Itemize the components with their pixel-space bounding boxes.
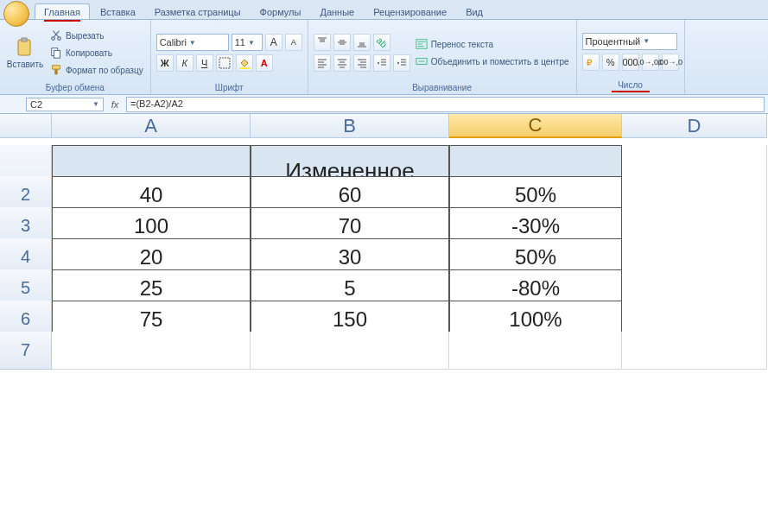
font-name-combo[interactable]: Calibri▼ (156, 34, 229, 51)
comma-button[interactable]: 000 (622, 54, 639, 71)
align-right[interactable] (353, 54, 371, 72)
tab-data[interactable]: Данные (311, 4, 363, 19)
copy-icon (50, 47, 62, 59)
fill-color-button[interactable] (236, 54, 253, 72)
increase-decimal[interactable]: ,0→,00 (642, 54, 659, 71)
indent-increase[interactable] (393, 54, 410, 72)
ribbon: Вставить Вырезать Копировать Формат по о… (0, 19, 768, 95)
align-right-icon (356, 57, 368, 69)
svg-rect-1 (22, 38, 27, 41)
chevron-down-icon: ▼ (643, 37, 650, 45)
tab-view[interactable]: Вид (457, 4, 492, 19)
tab-review[interactable]: Рецензирование (365, 4, 455, 19)
group-alignment: ab Перенос текста Объединить и поме (308, 20, 577, 94)
font-color-button[interactable]: A (256, 54, 273, 72)
cell-d7[interactable] (622, 332, 767, 370)
tab-insert[interactable]: Вставка (92, 4, 144, 19)
group-font: Calibri▼ 11▼ A A Ж К Ч A Шрифт (151, 20, 308, 94)
tab-page-layout[interactable]: Разметка страницы (146, 4, 250, 19)
name-box[interactable]: C2▼ (26, 98, 104, 111)
brush-icon (50, 64, 62, 76)
col-header-c[interactable]: C (449, 114, 622, 138)
align-bottom-icon (356, 36, 368, 48)
group-label-alignment: Выравнивание (314, 82, 571, 92)
cut-button[interactable]: Вырезать (48, 28, 145, 43)
group-label-font: Шрифт (156, 82, 302, 92)
row-header-7[interactable]: 7 (0, 332, 52, 370)
align-middle[interactable] (333, 34, 351, 51)
wrap-text-button[interactable]: Перенос текста (414, 36, 571, 52)
font-size-combo[interactable]: 11▼ (232, 34, 263, 51)
svg-point-2 (52, 37, 55, 41)
formula-bar: C2▼ fx =(B2-A2)/A2 (0, 95, 768, 114)
cell-b7[interactable] (251, 332, 449, 370)
col-header-b[interactable]: B (251, 114, 449, 138)
ribbon-tabs: Главная Вставка Разметка страницы Формул… (0, 0, 768, 19)
decrease-decimal[interactable]: ,00→,0 (662, 54, 679, 71)
col-header-d[interactable]: D (622, 114, 767, 138)
percent-button[interactable]: % (602, 54, 619, 71)
select-all-corner[interactable] (0, 114, 52, 138)
merge-center-button[interactable]: Объединить и поместить в центре (414, 54, 571, 69)
italic-button[interactable]: К (176, 54, 194, 72)
svg-point-3 (58, 37, 61, 41)
cell-a7[interactable] (52, 332, 251, 370)
number-format-combo[interactable]: Процентный▼ (582, 33, 677, 50)
copy-button[interactable]: Копировать (48, 45, 145, 60)
cell-c7[interactable] (449, 332, 622, 370)
indent-inc-icon (396, 57, 408, 69)
align-top[interactable] (314, 34, 331, 51)
paste-button[interactable]: Вставить (5, 23, 45, 82)
merge-icon (416, 55, 428, 67)
align-top-icon (316, 36, 328, 48)
wrap-icon (416, 38, 428, 50)
align-left[interactable] (314, 54, 331, 72)
fx-icon[interactable]: fx (104, 99, 126, 110)
paste-label: Вставить (7, 60, 43, 69)
svg-rect-5 (54, 50, 60, 58)
spreadsheet-grid: A B C D 1 Исходное число Измененное числ… (0, 114, 768, 363)
orientation-button[interactable]: ab (373, 34, 390, 51)
group-number: Процентный▼ ₽ % 000 ,0→,00 ,00→,0 Число (577, 20, 685, 94)
align-middle-icon (336, 36, 348, 48)
col-header-a[interactable]: A (52, 114, 251, 138)
group-clipboard: Вставить Вырезать Копировать Формат по о… (0, 20, 151, 94)
svg-rect-6 (53, 66, 60, 69)
scissors-icon (50, 29, 62, 41)
svg-rect-0 (18, 40, 30, 55)
chevron-down-icon: ▼ (189, 39, 196, 47)
indent-decrease[interactable] (373, 54, 390, 72)
align-bottom[interactable] (353, 34, 371, 51)
office-button[interactable] (3, 1, 29, 27)
currency-icon: ₽ (585, 56, 597, 68)
paste-icon (15, 37, 35, 58)
chevron-down-icon: ▼ (248, 39, 255, 47)
border-button[interactable] (216, 54, 233, 72)
align-center[interactable] (333, 54, 351, 72)
grow-font-button[interactable]: A (265, 34, 282, 51)
shrink-font-button[interactable]: A (285, 34, 302, 51)
currency-button[interactable]: ₽ (582, 54, 600, 71)
underline-button[interactable]: Ч (196, 54, 213, 72)
align-left-icon (316, 57, 328, 69)
tab-home[interactable]: Главная (35, 3, 90, 19)
svg-rect-9 (239, 67, 250, 69)
align-center-icon (336, 57, 348, 69)
bold-button[interactable]: Ж (156, 54, 174, 72)
border-icon (219, 57, 231, 69)
indent-dec-icon (376, 57, 388, 69)
formula-input[interactable]: =(B2-A2)/A2 (126, 97, 765, 112)
bucket-icon (238, 57, 251, 69)
group-label-clipboard: Буфер обмена (5, 82, 145, 92)
chevron-down-icon: ▼ (92, 100, 99, 108)
format-painter-button[interactable]: Формат по образцу (48, 62, 145, 78)
group-label-number: Число (582, 79, 679, 92)
svg-rect-8 (219, 58, 230, 68)
svg-rect-7 (54, 69, 58, 74)
svg-text:₽: ₽ (587, 58, 593, 67)
tab-formulas[interactable]: Формулы (251, 4, 310, 19)
